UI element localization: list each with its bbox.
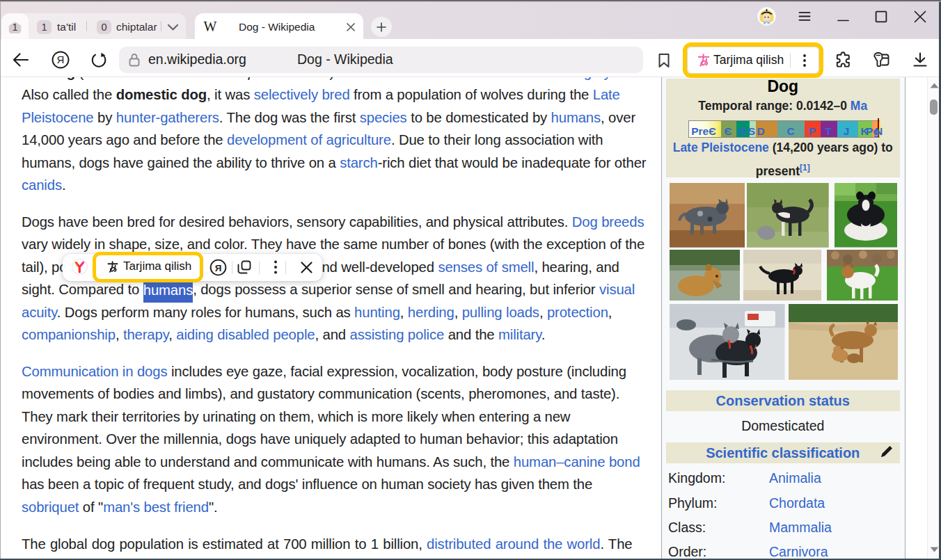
svg-text:1: 1 [12, 22, 17, 33]
svg-text:Я: Я [57, 54, 65, 65]
svg-text:Я: Я [215, 262, 222, 273]
